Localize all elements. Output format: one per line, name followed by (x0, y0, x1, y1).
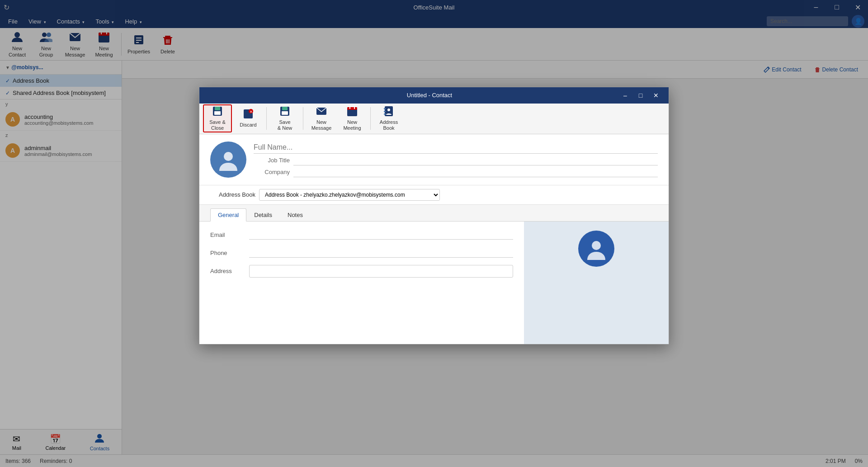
job-title-input[interactable] (293, 155, 658, 165)
svg-point-38 (387, 108, 390, 111)
save-new-button[interactable]: Save& New (270, 104, 299, 132)
save-close-label: Save &Close (209, 119, 225, 131)
dialog-toolbar-sep-3 (370, 107, 371, 130)
dialog-new-message-label: NewMessage (311, 119, 332, 131)
address-book-field-label: Address Book (210, 191, 255, 198)
discard-button[interactable]: ✕ Discard (234, 104, 263, 132)
phone-input[interactable] (249, 247, 513, 258)
save-new-icon (279, 106, 290, 118)
svg-rect-37 (384, 113, 386, 115)
svg-rect-35 (384, 108, 386, 109)
company-input[interactable] (293, 166, 658, 177)
svg-point-39 (224, 152, 233, 161)
dialog-address-book-icon (383, 106, 394, 118)
discard-label: Discard (240, 122, 256, 128)
dialog-tabs: General Details Notes (199, 205, 669, 222)
contact-photo-large[interactable] (578, 231, 614, 267)
dialog-new-meeting-button[interactable]: NewMeeting (338, 104, 367, 132)
dialog-minimize-button[interactable]: – (618, 89, 632, 102)
address-book-row: Address Book Address Book - zhelyazko.zh… (199, 185, 669, 205)
svg-rect-27 (282, 107, 288, 110)
save-close-icon (212, 106, 223, 118)
contact-avatar-placeholder[interactable] (210, 142, 246, 178)
address-book-select[interactable]: Address Book - zhelyazko.zhelyazkov@mobi… (259, 189, 440, 201)
svg-text:✕: ✕ (250, 110, 253, 114)
dialog-new-message-button[interactable]: NewMessage (307, 104, 336, 132)
contact-header: Job Title Company (199, 134, 669, 185)
contact-photo-panel (524, 222, 669, 344)
dialog-close-button[interactable]: ✕ (649, 89, 663, 102)
company-label-right: Company (254, 169, 290, 175)
svg-rect-21 (215, 107, 220, 110)
tab-notes[interactable]: Notes (280, 208, 311, 221)
job-title-label-right: Job Title (254, 157, 290, 164)
phone-field-row: Phone (210, 247, 513, 258)
dialog-title-bar: Untitled - Contact – □ ✕ (199, 87, 669, 104)
dialog-title: Untitled - Contact (241, 92, 618, 99)
dialog-toolbar-sep-1 (266, 107, 267, 130)
dialog-overlay: Untitled - Contact – □ ✕ Save &Close ✕ D… (0, 0, 868, 467)
dialog-address-book-label: AddressBook (380, 119, 398, 131)
dialog-maximize-button[interactable]: □ (633, 89, 648, 102)
address-input[interactable] (249, 265, 513, 278)
save-new-label: Save& New (278, 119, 292, 131)
full-name-input[interactable] (254, 142, 658, 154)
dialog-new-meeting-icon (347, 106, 358, 118)
email-field-row: Email (210, 229, 513, 240)
dialog-content: Job Title Company Address Book Address B… (199, 134, 669, 344)
email-input[interactable] (249, 229, 513, 240)
contact-dialog: Untitled - Contact – □ ✕ Save &Close ✕ D… (199, 87, 669, 344)
dialog-toolbar-sep-2 (303, 107, 303, 130)
dialog-title-controls: – □ ✕ (618, 89, 663, 102)
tab-details[interactable]: Details (246, 208, 280, 221)
svg-rect-36 (384, 111, 386, 112)
tab-content-general: Email Phone Address (199, 222, 669, 344)
general-form: Email Phone Address (199, 222, 524, 344)
svg-rect-31 (347, 107, 357, 110)
svg-point-40 (592, 241, 601, 250)
contact-name-fields: Job Title Company (254, 142, 658, 177)
dialog-new-meeting-label: NewMeeting (343, 119, 361, 131)
tab-general[interactable]: General (210, 208, 246, 222)
svg-rect-22 (214, 111, 221, 115)
phone-label: Phone (210, 247, 242, 256)
email-label: Email (210, 229, 242, 238)
svg-rect-28 (282, 111, 288, 115)
discard-icon: ✕ (243, 108, 254, 121)
dialog-toolbar: Save &Close ✕ Discard Save& New Ne (199, 104, 669, 134)
address-field-row: Address (210, 265, 513, 278)
dialog-new-message-icon (316, 106, 327, 118)
address-label: Address (210, 265, 242, 274)
save-close-button[interactable]: Save &Close (203, 104, 232, 132)
dialog-address-book-button[interactable]: AddressBook (374, 104, 403, 132)
